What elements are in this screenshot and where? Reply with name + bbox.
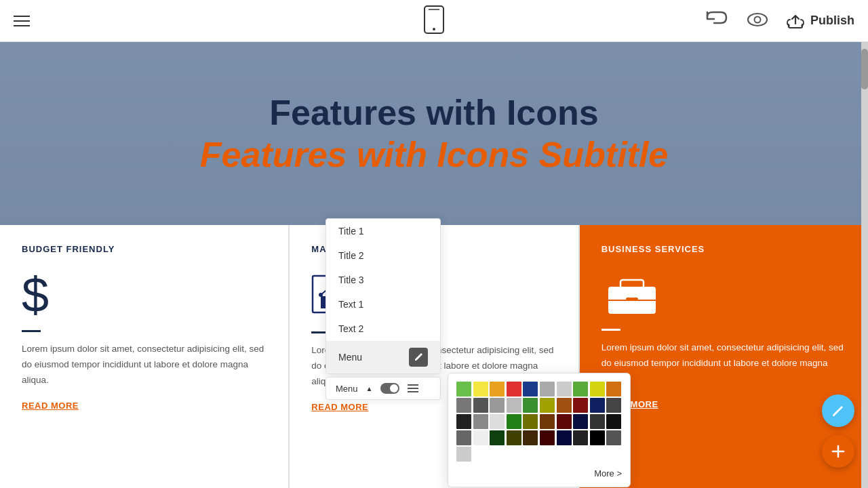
- color-swatch[interactable]: [507, 382, 521, 396]
- dropdown-menu: Title 1 Title 2 Title 3 Text 1 Text 2 Me…: [326, 218, 441, 374]
- color-swatch[interactable]: [456, 447, 471, 462]
- fab-container: [822, 394, 854, 468]
- scrollbar[interactable]: [861, 42, 868, 488]
- toolbar: Publish: [0, 0, 868, 42]
- color-swatch[interactable]: [456, 430, 471, 445]
- dropdown-item-text2[interactable]: Text 2: [326, 317, 440, 341]
- card-divider-line: [22, 330, 41, 332]
- color-swatch[interactable]: [606, 430, 621, 445]
- color-swatch[interactable]: [590, 414, 605, 429]
- color-swatch[interactable]: [573, 430, 588, 445]
- dropdown-item-text1[interactable]: Text 1: [326, 292, 440, 317]
- card-budget: BUDGET FRIENDLY $ Lorem ipsum dolor sit …: [0, 225, 288, 488]
- canvas: Features with Icons Features with Icons …: [0, 42, 868, 488]
- color-swatch[interactable]: [507, 398, 521, 413]
- mobile-view-icon[interactable]: [423, 5, 445, 37]
- color-swatch[interactable]: [540, 414, 555, 429]
- color-swatch[interactable]: [523, 382, 538, 396]
- color-swatch[interactable]: [606, 398, 621, 413]
- color-swatch[interactable]: [473, 382, 488, 396]
- card-business-title: BUSINESS SERVICES: [601, 244, 846, 254]
- edit-icon-button[interactable]: [409, 348, 428, 367]
- dollar-icon: $: [22, 270, 267, 319]
- color-swatch[interactable]: [606, 382, 621, 396]
- card-divider-line-3: [601, 329, 620, 331]
- card-business-text: Lorem ipsum dolor sit amet, consectetur …: [601, 340, 846, 387]
- hero-subtitle: Features with Icons Subtitle: [200, 134, 669, 176]
- dropdown-item-title1[interactable]: Title 1: [326, 219, 440, 243]
- dropdown-overlay: Title 1 Title 2 Title 3 Text 1 Text 2 Me…: [326, 218, 441, 400]
- card-budget-title: BUDGET FRIENDLY: [22, 244, 267, 254]
- add-fab-button[interactable]: [822, 435, 854, 468]
- briefcase-icon: [601, 270, 846, 318]
- menu-bar-label: Menu: [336, 384, 358, 394]
- preview-icon[interactable]: [745, 9, 770, 33]
- color-swatch[interactable]: [590, 398, 605, 413]
- color-picker: More >: [448, 373, 631, 487]
- color-swatch[interactable]: [606, 414, 621, 429]
- color-swatch[interactable]: [523, 398, 538, 413]
- publish-label: Publish: [810, 14, 854, 28]
- color-swatch[interactable]: [573, 414, 588, 429]
- svg-point-4: [754, 16, 760, 22]
- hero-section: Features with Icons Features with Icons …: [0, 42, 868, 225]
- hamburger-menu-icon[interactable]: [14, 16, 30, 26]
- lines-icon[interactable]: [408, 384, 418, 392]
- publish-button[interactable]: Publish: [786, 13, 854, 29]
- scrollbar-thumb[interactable]: [861, 49, 868, 89]
- color-swatch[interactable]: [540, 398, 555, 413]
- color-swatch[interactable]: [490, 430, 505, 445]
- color-swatch[interactable]: [557, 398, 572, 413]
- svg-point-3: [748, 14, 767, 26]
- color-swatch[interactable]: [456, 414, 471, 429]
- card-budget-text: Lorem ipsum dolor sit amet, consectetur …: [22, 342, 267, 388]
- edit-fab-button[interactable]: [822, 394, 854, 427]
- color-swatch[interactable]: [523, 430, 538, 445]
- color-swatch[interactable]: [557, 430, 572, 445]
- dropdown-item-title3[interactable]: Title 3: [326, 268, 440, 292]
- color-swatch[interactable]: [507, 414, 521, 429]
- color-swatch[interactable]: [540, 430, 555, 445]
- toolbar-center: [423, 5, 445, 37]
- toolbar-right: Publish: [705, 9, 854, 33]
- svg-point-10: [319, 293, 323, 297]
- color-swatch[interactable]: [456, 398, 471, 413]
- color-swatch[interactable]: [490, 414, 505, 429]
- color-swatch[interactable]: [473, 398, 488, 413]
- color-swatch[interactable]: [557, 382, 572, 396]
- dropdown-item-menu[interactable]: Menu: [326, 341, 440, 373]
- color-swatch[interactable]: [490, 398, 505, 413]
- color-swatch[interactable]: [557, 414, 572, 429]
- color-swatch[interactable]: [490, 382, 505, 396]
- color-swatch[interactable]: [473, 430, 488, 445]
- color-swatch[interactable]: [590, 430, 605, 445]
- toolbar-left: [14, 16, 30, 26]
- toggle-switch[interactable]: [380, 383, 399, 394]
- color-swatch[interactable]: [573, 398, 588, 413]
- dropdown-item-title2[interactable]: Title 2: [326, 243, 440, 268]
- chevron-up-icon: ▲: [366, 385, 373, 392]
- undo-icon[interactable]: [705, 9, 729, 33]
- color-swatch[interactable]: [456, 382, 471, 396]
- color-picker-more[interactable]: More >: [456, 468, 622, 479]
- color-swatch[interactable]: [507, 430, 521, 445]
- color-swatch[interactable]: [473, 414, 488, 429]
- menu-bar: Menu ▲: [326, 377, 441, 400]
- card-market-link[interactable]: READ MORE: [311, 402, 368, 412]
- color-grid: [456, 382, 622, 462]
- color-swatch[interactable]: [540, 382, 555, 396]
- hero-title: Features with Icons: [269, 92, 598, 134]
- svg-point-1: [433, 28, 435, 30]
- card-budget-link[interactable]: READ MORE: [22, 401, 79, 411]
- color-swatch[interactable]: [573, 382, 588, 396]
- color-swatch[interactable]: [523, 414, 538, 429]
- color-swatch[interactable]: [590, 382, 605, 396]
